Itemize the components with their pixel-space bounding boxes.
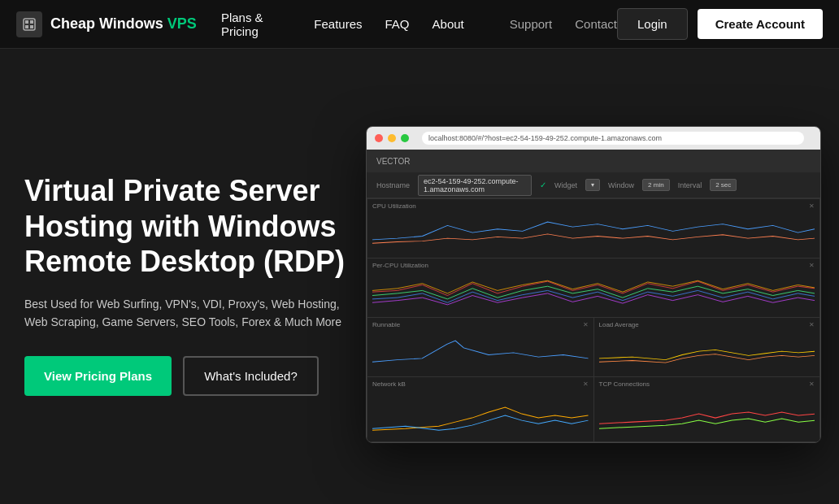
hero-content: Virtual Private Server Hosting with Wind…	[24, 173, 366, 395]
chart-panel-cpu: CPU Utilization ✕	[367, 199, 819, 258]
svg-rect-2	[30, 20, 33, 24]
nav-features[interactable]: Features	[314, 17, 362, 31]
chart-cpu-close[interactable]: ✕	[809, 202, 815, 210]
chart-load-avg-close[interactable]: ✕	[809, 321, 815, 328]
chart-load-avg-title: Load Average	[599, 321, 639, 328]
svg-rect-1	[25, 20, 28, 24]
nav-contact[interactable]: Contact	[575, 17, 617, 31]
chart-runnable-close[interactable]: ✕	[583, 321, 589, 328]
chart-network-kb-close[interactable]: ✕	[583, 380, 589, 388]
app-title: VECTOR	[376, 157, 411, 166]
browser-url-bar: localhost:8080/#/?host=ec2-54-159-49-252…	[422, 132, 804, 145]
chart-runnable-title: Runnable	[372, 321, 400, 328]
browser-maximize-dot	[401, 134, 409, 142]
hero-title: Virtual Private Server Hosting with Wind…	[24, 173, 350, 279]
nav-about[interactable]: About	[433, 17, 464, 31]
hero-description: Best Used for Web Surfing, VPN's, VDI, P…	[24, 295, 350, 332]
logo-accent: VPS	[167, 15, 197, 32]
chart-panel-runnable: Runnable ✕	[367, 318, 593, 376]
hero-section: Virtual Private Server Hosting with Wind…	[0, 49, 839, 504]
chart-tcp-conn-close[interactable]: ✕	[809, 380, 815, 388]
logo-area[interactable]: Cheap Windows VPS	[16, 11, 197, 37]
checkmark-icon: ✓	[540, 180, 546, 189]
chart-panel-per-cpu: Per-CPU Utilization ✕	[367, 259, 819, 317]
svg-rect-3	[25, 25, 28, 28]
app-bar: VECTOR	[367, 150, 820, 172]
chart-per-cpu-title: Per-CPU Utilization	[372, 262, 428, 269]
chart-per-cpu-svg	[372, 271, 815, 310]
nav-links: Plans & Pricing Features FAQ About Suppo…	[221, 11, 617, 38]
interval-value[interactable]: 2 sec	[710, 179, 737, 191]
hostname-label: Hostname	[376, 181, 410, 189]
hero-screenshot-area: localhost:8080/#/?host=ec2-54-159-49-252…	[366, 81, 821, 488]
widget-dropdown[interactable]: ▾	[585, 179, 600, 191]
interval-label: Interval	[678, 181, 702, 189]
logo-brand-text: Cheap Windows VPS	[50, 15, 197, 33]
login-button[interactable]: Login	[617, 8, 688, 40]
window-label: Window	[608, 181, 634, 189]
chart-panel-network-kb: Network kB ✕	[367, 377, 593, 441]
chart-panel-load-avg: Load Average ✕	[594, 318, 820, 376]
chart-cpu-title: CPU Utilization	[372, 202, 416, 210]
hero-buttons: View Pricing Plans What's Included?	[24, 356, 350, 396]
logo-icon	[16, 11, 42, 37]
app-toolbar: Hostname ec2-54-159-49-252.compute-1.ama…	[367, 172, 820, 198]
create-account-button[interactable]: Create Account	[698, 9, 823, 39]
screenshot-container: localhost:8080/#/?host=ec2-54-159-49-252…	[366, 126, 821, 443]
nav-right: Login Create Account	[617, 8, 823, 40]
browser-chrome: localhost:8080/#/?host=ec2-54-159-49-252…	[367, 127, 820, 150]
nav-faq[interactable]: FAQ	[385, 17, 410, 31]
nav-plans-pricing[interactable]: Plans & Pricing	[221, 11, 291, 38]
chart-load-avg-svg	[599, 330, 815, 369]
nav-support[interactable]: Support	[510, 17, 553, 31]
window-value[interactable]: 2 min	[642, 179, 670, 191]
hostname-value: ec2-54-159-49-252.compute-1.amazonaws.co…	[418, 175, 532, 196]
chart-per-cpu-close[interactable]: ✕	[809, 262, 815, 269]
chart-tcp-conn-title: TCP Connections	[599, 380, 650, 388]
url-text: localhost:8080/#/?host=ec2-54-159-49-252…	[428, 134, 662, 142]
view-pricing-plans-button[interactable]: View Pricing Plans	[24, 356, 172, 396]
chart-network-kb-svg	[372, 389, 589, 434]
navbar: Cheap Windows VPS Plans & Pricing Featur…	[0, 0, 839, 49]
browser-minimize-dot	[388, 134, 396, 142]
browser-body: VECTOR Hostname ec2-54-159-49-252.comput…	[367, 150, 820, 442]
chart-panel-tcp-conn: TCP Connections ✕	[594, 377, 820, 441]
widget-label: Widget	[554, 181, 577, 189]
browser-close-dot	[375, 134, 383, 142]
svg-rect-4	[30, 25, 33, 28]
chart-runnable-svg	[372, 330, 589, 369]
chart-network-kb-title: Network kB	[372, 380, 406, 388]
whats-included-button[interactable]: What's Included?	[183, 356, 319, 396]
chart-tcp-conn-svg	[599, 389, 815, 434]
chart-cpu-svg	[372, 211, 815, 250]
charts-container: CPU Utilization ✕ Per-CPU Utilization ✕	[367, 198, 820, 442]
